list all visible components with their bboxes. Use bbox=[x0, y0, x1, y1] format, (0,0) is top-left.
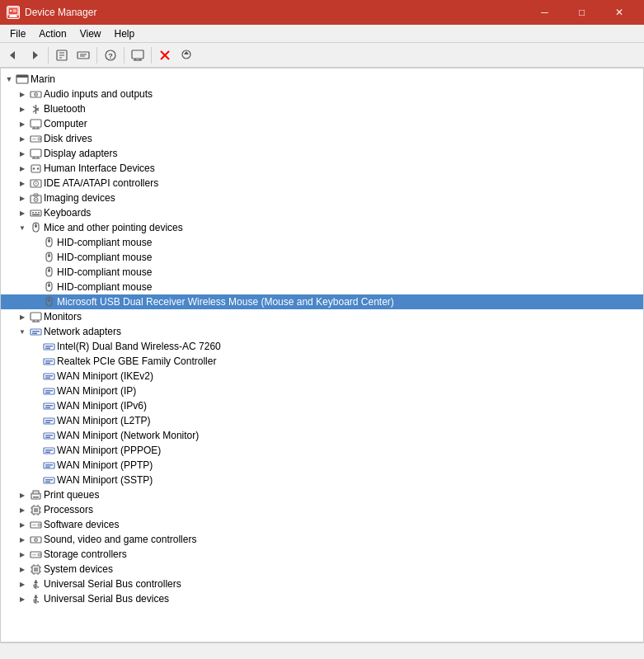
tree-item-intel-wifi[interactable]: Intel(R) Dual Band Wireless-AC 7260 bbox=[1, 339, 643, 354]
expand-hid-mouse4 bbox=[31, 282, 40, 292]
label-ms-wireless: Microsoft USB Dual Receiver Wireless Mou… bbox=[57, 294, 394, 309]
expand-wan-l2tp bbox=[31, 416, 40, 426]
tree-item-hid-mouse2[interactable]: HID-compliant mouse bbox=[1, 250, 643, 265]
tree-item-network[interactable]: ▼ Network adapters bbox=[1, 324, 643, 339]
label-wan-pppoe: WAN Miniport (PPPOE) bbox=[57, 443, 161, 458]
expand-displayadapters[interactable]: ▶ bbox=[17, 148, 27, 158]
tree-item-sound[interactable]: ▶ Sound, video and game controllers bbox=[1, 532, 643, 547]
tree-item-wan-ikev2[interactable]: WAN Miniport (IKEv2) bbox=[1, 369, 643, 384]
tree-item-keyboards[interactable]: ▶ Keyboards bbox=[1, 205, 643, 220]
tree-item-mice[interactable]: ▼ Mice and other pointing devices bbox=[1, 220, 643, 235]
menu-file[interactable]: File bbox=[3, 26, 32, 41]
expand-system[interactable]: ▶ bbox=[17, 564, 27, 574]
tree-item-hid-mouse3[interactable]: HID-compliant mouse bbox=[1, 265, 643, 280]
tree-item-realtek[interactable]: Realtek PCIe GBE Family Controller bbox=[1, 354, 643, 369]
menu-action[interactable]: Action bbox=[32, 26, 73, 41]
label-storage: Storage controllers bbox=[44, 547, 127, 562]
expand-keyboards[interactable]: ▶ bbox=[17, 208, 27, 218]
tree-item-hid[interactable]: ▶ Human Interface Devices bbox=[1, 161, 643, 176]
expand-network[interactable]: ▼ bbox=[17, 327, 27, 337]
menu-help[interactable]: Help bbox=[108, 26, 142, 41]
tree-item-wan-netmon[interactable]: WAN Miniport (Network Monitor) bbox=[1, 428, 643, 443]
tree-item-hid-mouse4[interactable]: HID-compliant mouse bbox=[1, 280, 643, 294]
icon-imaging bbox=[29, 191, 42, 205]
maximize-button[interactable]: □ bbox=[563, 0, 600, 25]
svg-rect-152 bbox=[37, 601, 39, 603]
tree-item-wan-pppoe[interactable]: WAN Miniport (PPPOE) bbox=[1, 443, 643, 458]
tree-item-wan-ipv6[interactable]: WAN Miniport (IPv6) bbox=[1, 398, 643, 413]
tree-item-processors[interactable]: ▶ Processors bbox=[1, 502, 643, 517]
expand-wan-ipv6 bbox=[31, 401, 40, 411]
toolbar: ? bbox=[0, 43, 644, 68]
svg-rect-90 bbox=[45, 377, 50, 379]
tree-item-bluetooth[interactable]: ▶ Bluetooth bbox=[1, 101, 643, 116]
tree-item-usb-devices[interactable]: ▶ Universal Serial Bus devices bbox=[1, 591, 643, 606]
svg-rect-98 bbox=[45, 420, 53, 421]
svg-point-130 bbox=[35, 539, 36, 540]
svg-rect-127 bbox=[32, 524, 36, 525]
expand-bluetooth[interactable]: ▶ bbox=[17, 104, 27, 114]
tree-item-displayadapters[interactable]: ▶ Display adapters bbox=[1, 146, 643, 161]
tree-item-wan-pptp[interactable]: WAN Miniport (PPTP) bbox=[1, 458, 643, 473]
expand-printqueues[interactable]: ▶ bbox=[17, 490, 27, 500]
scan-button[interactable] bbox=[176, 45, 196, 65]
label-hid-mouse2: HID-compliant mouse bbox=[57, 250, 152, 265]
label-hid-mouse3: HID-compliant mouse bbox=[57, 265, 152, 280]
tree-item-software[interactable]: ▶ Software devices bbox=[1, 517, 643, 532]
tree-item-usb[interactable]: ▶ Universal Serial Bus controllers bbox=[1, 577, 643, 591]
tree-item-ms-wireless[interactable]: Microsoft USB Dual Receiver Wireless Mou… bbox=[1, 294, 643, 309]
expand-monitors[interactable]: ▶ bbox=[17, 312, 27, 322]
expand-sound[interactable]: ▶ bbox=[17, 534, 27, 544]
tree-item-computer[interactable]: ▶ Computer bbox=[1, 116, 643, 131]
tree-item-system[interactable]: ▶ System devices bbox=[1, 562, 643, 577]
expand-ide[interactable]: ▶ bbox=[17, 178, 27, 188]
tree-item-wan-ip[interactable]: WAN Miniport (IP) bbox=[1, 384, 643, 398]
svg-marker-7 bbox=[33, 51, 38, 59]
tree-item-diskdrives[interactable]: ▶ Disk drives bbox=[1, 131, 643, 146]
expand-audio[interactable]: ▶ bbox=[17, 89, 27, 99]
tree-item-wan-sstp[interactable]: WAN Miniport (SSTP) bbox=[1, 473, 643, 487]
tree-root[interactable]: ▼ Marin bbox=[1, 72, 643, 87]
expand-hid[interactable]: ▶ bbox=[17, 163, 27, 173]
svg-rect-92 bbox=[45, 390, 53, 392]
expand-mice[interactable]: ▼ bbox=[17, 223, 27, 233]
svg-rect-12 bbox=[78, 52, 89, 59]
expand-imaging[interactable]: ▶ bbox=[17, 193, 27, 203]
svg-rect-96 bbox=[45, 407, 50, 408]
properties-button[interactable] bbox=[52, 45, 72, 65]
tree-item-imaging[interactable]: ▶ Imaging devices bbox=[1, 191, 643, 205]
minimize-button[interactable]: ─ bbox=[526, 0, 563, 25]
expand-usb-devices[interactable]: ▶ bbox=[17, 594, 27, 604]
close-button[interactable]: ✕ bbox=[600, 0, 637, 25]
remove-device-button[interactable] bbox=[155, 45, 175, 65]
icon-wan-pptp bbox=[42, 459, 55, 472]
svg-rect-147 bbox=[37, 586, 39, 588]
tree-item-monitors[interactable]: ▶ Monitors bbox=[1, 309, 643, 324]
root-expand[interactable]: ▼ bbox=[4, 74, 14, 84]
computer-button[interactable] bbox=[128, 45, 148, 65]
help-button[interactable]: ? bbox=[101, 45, 120, 65]
label-ide: IDE ATA/ATAPI controllers bbox=[44, 176, 158, 191]
back-button[interactable] bbox=[3, 45, 23, 65]
tree-item-hid-mouse1[interactable]: HID-compliant mouse bbox=[1, 235, 643, 250]
tree-item-ide[interactable]: ▶ IDE ATA/ATAPI controllers bbox=[1, 176, 643, 191]
expand-usb[interactable]: ▶ bbox=[17, 579, 27, 589]
window-title: Device Manager bbox=[25, 7, 526, 18]
expand-computer[interactable]: ▶ bbox=[17, 119, 27, 129]
label-mice: Mice and other pointing devices bbox=[44, 220, 183, 235]
icon-wan-ip bbox=[42, 384, 55, 398]
expand-software[interactable]: ▶ bbox=[17, 520, 27, 530]
svg-rect-17 bbox=[132, 50, 143, 59]
forward-button[interactable] bbox=[25, 45, 45, 65]
tree-item-wan-l2tp[interactable]: WAN Miniport (L2TP) bbox=[1, 413, 643, 428]
svg-point-51 bbox=[35, 199, 36, 200]
menu-view[interactable]: View bbox=[73, 26, 108, 41]
tree-item-storage[interactable]: ▶ Storage controllers bbox=[1, 547, 643, 562]
expand-storage[interactable]: ▶ bbox=[17, 549, 27, 559]
icon-printqueues bbox=[29, 488, 42, 501]
tree-item-audio[interactable]: ▶ Audio inputs and outputs bbox=[1, 87, 643, 101]
update-driver-button[interactable] bbox=[73, 45, 93, 65]
tree-item-printqueues[interactable]: ▶ Print queues bbox=[1, 487, 643, 502]
expand-diskdrives[interactable]: ▶ bbox=[17, 134, 27, 144]
expand-processors[interactable]: ▶ bbox=[17, 505, 27, 515]
